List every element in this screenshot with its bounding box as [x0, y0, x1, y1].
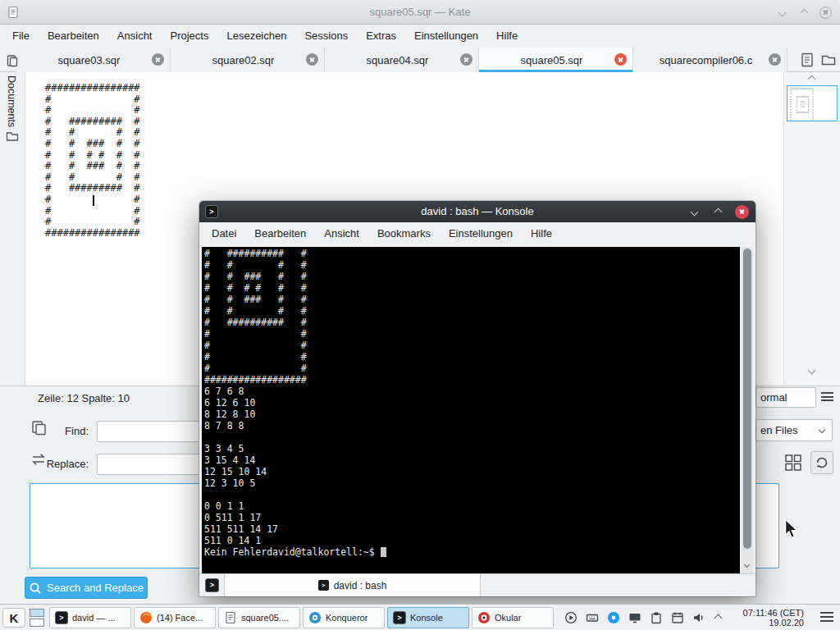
volume-icon[interactable]	[692, 611, 705, 624]
refresh-button[interactable]	[810, 451, 833, 474]
clock[interactable]: 07:11:46 (CET) 19.02.20	[728, 608, 804, 628]
calendar-icon[interactable]	[671, 611, 684, 624]
tab-squarecompiler06[interactable]: squarecompiler06.c	[633, 48, 788, 72]
minimize-icon[interactable]	[775, 6, 788, 19]
menu-item-projects[interactable]: Projects	[161, 25, 217, 48]
terminal-output: # ########## # # # # # # # ### # # # # #…	[204, 248, 307, 546]
expand-tray-icon[interactable]	[714, 614, 723, 623]
taskbar: K > david — ... (14) Face... square05...…	[0, 604, 840, 630]
terminal-prompt: Kein Fehlerdavid@talkortell:~$	[204, 546, 381, 558]
app-launcher-button[interactable]: K	[2, 608, 25, 628]
open-document-icon[interactable]	[820, 52, 837, 68]
menu-item-hilfe[interactable]: Hilfe	[487, 25, 527, 48]
menu-item-extras[interactable]: Extras	[357, 25, 405, 48]
task-david-konsole[interactable]: > david — ...	[49, 607, 131, 628]
konsole-window: > david : bash — Konsole Datei Bearbeite…	[199, 201, 756, 596]
menu-item-bearbeiten[interactable]: Bearbeiten	[39, 25, 108, 48]
menu-item-sessions[interactable]: Sessions	[295, 25, 357, 48]
clock-date: 19.02.20	[728, 618, 804, 628]
clock-time: 07:11:46 (CET)	[728, 608, 804, 618]
text-cursor	[93, 195, 94, 206]
maximize-icon[interactable]	[711, 205, 724, 218]
tab-close-icon[interactable]	[614, 53, 627, 66]
editor-text: ################ # # # # # ######### # #…	[45, 83, 140, 239]
firefox-icon	[139, 611, 153, 624]
open-files-dropdown[interactable]: en Files	[756, 419, 833, 441]
scroll-down-icon[interactable]	[808, 367, 816, 375]
tab-square04[interactable]: square04.sqr	[325, 48, 479, 72]
kate-window-controls	[775, 0, 832, 25]
tab-close-icon[interactable]	[460, 53, 472, 66]
refresh-icon	[815, 455, 829, 470]
minimap-content: ################ # # # # # ######### # #…	[788, 86, 837, 121]
tab-square05[interactable]: square05.sqr	[479, 48, 633, 72]
menu-item-lesezeichen[interactable]: Lesezeichen	[217, 25, 295, 48]
tab-square02[interactable]: square02.sqr	[171, 48, 325, 72]
task-okular[interactable]: Okular	[472, 607, 554, 628]
minimize-icon[interactable]	[687, 205, 701, 218]
mode-dropdown[interactable]: ormal	[756, 387, 816, 408]
virtual-desktop-pager[interactable]	[30, 609, 44, 628]
new-tab-icon[interactable]: >	[205, 578, 219, 592]
panel-settings-icon[interactable]	[820, 612, 833, 624]
menu-item-hilfe[interactable]: Hilfe	[522, 222, 561, 245]
documents-panel-icon[interactable]	[6, 54, 19, 67]
kate-tabbar: square03.sqr square02.sqr square04.sqr s…	[0, 48, 840, 72]
kate-titlebar[interactable]: square05.sqr — Kate	[0, 0, 840, 25]
konsole-window-controls	[687, 201, 749, 222]
tab-close-icon[interactable]	[306, 53, 318, 66]
close-icon[interactable]	[735, 205, 749, 219]
konsole-tabbar: > > david : bash	[199, 573, 756, 596]
scroll-up-icon[interactable]	[808, 75, 816, 84]
konsole-titlebar[interactable]: > david : bash — Konsole	[199, 201, 756, 222]
tab-square03[interactable]: square03.sqr	[16, 48, 171, 72]
desktop-2[interactable]	[30, 619, 44, 627]
grid-view-icon[interactable]	[784, 454, 802, 472]
terminal-tab[interactable]: > david : bash	[224, 574, 481, 596]
clipboard-icon[interactable]	[650, 611, 663, 624]
replace-label: Replace:	[31, 454, 89, 475]
task-firefox[interactable]: (14) Face...	[134, 607, 216, 628]
desktop: square05.sqr — Kate File Bearbeiten Ansi…	[0, 0, 840, 630]
find-label: Find:	[31, 421, 89, 442]
menu-item-einstellungen[interactable]: Einstellungen	[440, 222, 522, 245]
search-icon	[29, 582, 42, 595]
terminal-scrollbar[interactable]	[742, 247, 753, 573]
scrollbar-thumb[interactable]	[743, 249, 751, 549]
mouse-cursor	[784, 518, 799, 540]
network-icon[interactable]	[607, 611, 620, 624]
tab-close-icon[interactable]	[152, 53, 164, 66]
menu-item-datei[interactable]: Datei	[203, 222, 245, 245]
filesystem-panel-icon[interactable]	[6, 130, 19, 143]
konsole-icon: >	[393, 611, 406, 624]
options-menu-icon[interactable]	[821, 392, 833, 404]
task-konsole[interactable]: > Konsole	[387, 607, 469, 628]
media-player-icon[interactable]	[564, 611, 578, 624]
task-kate[interactable]: square05....	[218, 607, 300, 628]
terminal[interactable]: # ########## # # # # # # # ### # # # # #…	[202, 247, 740, 573]
close-icon[interactable]	[819, 7, 832, 19]
menu-item-bearbeiten[interactable]: Bearbeiten	[245, 222, 315, 245]
display-icon[interactable]	[628, 611, 641, 624]
menu-item-bookmarks[interactable]: Bookmarks	[368, 222, 440, 245]
kate-icon	[224, 611, 237, 624]
new-document-icon[interactable]	[799, 52, 815, 68]
konsole-icon: >	[55, 611, 68, 624]
terminal-tab-icon: >	[318, 580, 329, 591]
desktop-1[interactable]	[30, 609, 44, 617]
editor-scrollbar[interactable]: ################ # # # # # ######### # #…	[783, 72, 840, 386]
keyboard-status-icon[interactable]	[586, 611, 599, 624]
okular-icon	[477, 611, 491, 624]
terminal-cursor	[381, 547, 386, 557]
sidebar-tab-documents[interactable]: Documents	[6, 75, 17, 127]
minimap-view-indicator[interactable]: ################ # # # # # ######### # #…	[787, 85, 838, 121]
maximize-icon[interactable]	[797, 6, 810, 19]
tab-close-icon[interactable]	[769, 53, 781, 66]
menu-item-einstellungen[interactable]: Einstellungen	[405, 25, 487, 48]
menu-item-ansicht[interactable]: Ansicht	[315, 222, 368, 245]
task-konqueror[interactable]: Konqueror	[303, 607, 385, 628]
scroll-down-icon[interactable]	[744, 562, 750, 568]
menu-item-file[interactable]: File	[3, 25, 39, 48]
search-and-replace-button[interactable]: Search and Replace	[25, 577, 148, 599]
menu-item-ansicht[interactable]: Ansicht	[108, 25, 162, 48]
